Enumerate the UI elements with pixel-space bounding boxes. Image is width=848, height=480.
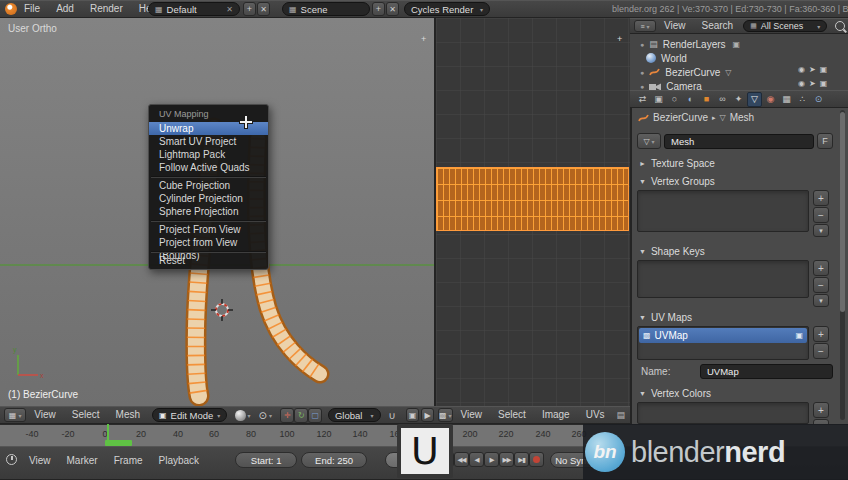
uv-map-row-selected[interactable]: ▩ UVMap ▣: [639, 328, 807, 343]
uv-menu-uvs[interactable]: UVs: [578, 406, 613, 424]
shape-key-add-button[interactable]: +: [813, 260, 829, 276]
manipulator-translate-icon[interactable]: ✛: [280, 408, 294, 423]
scrollbar-thumb[interactable]: [840, 112, 845, 312]
modifiers-tab-icon[interactable]: ✦: [731, 92, 746, 107]
shape-key-remove-button[interactable]: −: [813, 277, 829, 293]
prev-keyframe-button[interactable]: ◀◀: [454, 452, 469, 467]
play-button[interactable]: ▶: [484, 452, 499, 467]
vertex-group-remove-button[interactable]: −: [813, 207, 829, 223]
timeline-menu-playback[interactable]: Playback: [151, 452, 208, 470]
view3d-menu-mesh[interactable]: Mesh: [108, 406, 148, 424]
fake-user-button[interactable]: F: [817, 133, 833, 149]
timeline-menu-view[interactable]: View: [21, 452, 59, 470]
render-opengl-icon[interactable]: ▣: [406, 408, 419, 422]
constraints-tab-icon[interactable]: ∞: [715, 92, 730, 107]
layout-unlink-icon[interactable]: ✕: [226, 5, 233, 14]
mode-selector[interactable]: ▣ Edit Mode ▾: [152, 408, 227, 422]
uvmap-render-icon[interactable]: ▣: [795, 331, 803, 340]
render-toggle-icon[interactable]: ▣: [733, 40, 741, 49]
render-tab-icon[interactable]: ▣: [651, 92, 666, 107]
menu-item-project-from-view[interactable]: Project From View: [149, 223, 268, 236]
shape-keys-list[interactable]: [637, 260, 809, 298]
layout-selector[interactable]: ▦ Default ✕: [148, 2, 240, 16]
scene-tab-icon[interactable]: ○: [667, 92, 682, 107]
menu-item-sphere-projection[interactable]: Sphere Projection: [149, 205, 268, 218]
shading-sphere-icon[interactable]: [235, 410, 245, 421]
editor-type-3d-icon[interactable]: ▦▾: [4, 408, 26, 422]
outliner-item-label[interactable]: World: [661, 53, 687, 64]
outliner-menu-search[interactable]: Search: [694, 18, 742, 34]
material-tab-icon[interactable]: ◉: [763, 92, 778, 107]
region-plus-icon[interactable]: +: [617, 34, 622, 44]
eye-icon[interactable]: ◉: [798, 65, 805, 74]
shape-key-specials-button[interactable]: ▼: [813, 294, 829, 307]
datablock-selector[interactable]: ▽▾: [637, 133, 661, 149]
panel-shape-keys[interactable]: ▼ Shape Keys: [639, 246, 705, 257]
panel-texture-space[interactable]: ► Texture Space: [639, 158, 715, 169]
scene-delete-button[interactable]: ✕: [386, 2, 399, 16]
breadcrumb-object[interactable]: BezierCurve: [653, 112, 708, 123]
data-tab-icon[interactable]: ▽: [747, 92, 762, 107]
manipulator-scale-icon[interactable]: ▢: [308, 408, 322, 423]
outliner-item-label[interactable]: BezierCurve: [665, 67, 720, 78]
render-anim-icon[interactable]: ▶: [421, 408, 434, 422]
outliner-row-world[interactable]: World: [646, 51, 687, 65]
menu-item-cube-projection[interactable]: Cube Projection: [149, 179, 268, 192]
renderable-icon[interactable]: ▣: [820, 65, 828, 74]
disclosure-dot[interactable]: ●: [640, 41, 644, 48]
menu-item-reset[interactable]: Reset: [149, 254, 268, 267]
menu-render[interactable]: Render: [82, 0, 131, 18]
uv-map-remove-button[interactable]: −: [813, 343, 829, 359]
menu-item-smart-uv-project[interactable]: Smart UV Project: [149, 135, 268, 148]
outliner-row-renderlayers[interactable]: ● ▤ RenderLayers ▣: [640, 37, 740, 51]
particles-tab-icon[interactable]: ∴: [795, 92, 810, 107]
breadcrumb-data[interactable]: Mesh: [730, 112, 754, 123]
selectable-icon[interactable]: ➤: [809, 65, 816, 74]
world-tab-icon[interactable]: ◐: [683, 92, 698, 107]
outliner-scope-selector[interactable]: ▦ All Scenes ▾: [743, 20, 827, 32]
nav-arrows-icon[interactable]: ⇄: [635, 92, 650, 107]
datablock-name-field[interactable]: Mesh: [664, 134, 814, 149]
menu-item-follow-active-quads[interactable]: Follow Active Quads: [149, 161, 268, 174]
outliner-menu-view[interactable]: View: [656, 18, 694, 34]
vertex-group-add-button[interactable]: +: [813, 190, 829, 206]
scene-add-button[interactable]: +: [372, 2, 385, 16]
panel-uv-maps[interactable]: ▼ UV Maps: [639, 312, 692, 323]
search-icon[interactable]: [835, 21, 845, 31]
renderable-icon[interactable]: ▣: [820, 79, 828, 88]
uv-menu-image[interactable]: Image: [534, 406, 578, 424]
panel-vertex-groups[interactable]: ▼ Vertex Groups: [639, 176, 715, 187]
layout-delete-button[interactable]: ✕: [257, 2, 270, 16]
properties-scrollbar[interactable]: [840, 110, 845, 420]
uv-map-add-button[interactable]: +: [813, 326, 829, 342]
manipulator-rotate-icon[interactable]: ↻: [294, 408, 308, 423]
orientation-selector[interactable]: Global ▾: [328, 408, 381, 422]
uv-map-name-field[interactable]: UVMap: [700, 364, 833, 379]
editor-type-uv-icon[interactable]: ▩▾: [438, 408, 453, 422]
image-browse-icon[interactable]: ▤: [617, 410, 626, 420]
snap-magnet-icon[interactable]: ∪: [389, 410, 396, 421]
menu-file[interactable]: File: [16, 0, 48, 18]
uv-menu-select[interactable]: Select: [490, 406, 534, 424]
outliner-row-beziercurve[interactable]: ● BezierCurve ▽: [640, 65, 731, 79]
timeline-menu-marker[interactable]: Marker: [59, 452, 106, 470]
scene-selector[interactable]: ▦ Scene: [282, 2, 370, 16]
uv-mesh-grid[interactable]: [436, 167, 629, 231]
view3d-menu-select[interactable]: Select: [64, 406, 108, 424]
record-button[interactable]: [529, 452, 544, 467]
editor-type-outliner-icon[interactable]: ≡▾: [634, 20, 656, 32]
menu-item-cylinder-projection[interactable]: Cylinder Projection: [149, 192, 268, 205]
frame-start-field[interactable]: Start: 1: [235, 452, 297, 468]
panel-vertex-colors[interactable]: ▼ Vertex Colors: [639, 388, 711, 399]
next-keyframe-button[interactable]: ▶▶: [499, 452, 514, 467]
object-tab-icon[interactable]: ■: [699, 92, 714, 107]
timeline-editor-icon[interactable]: [6, 454, 17, 465]
pivot-icon[interactable]: ⊙: [259, 410, 267, 421]
physics-tab-icon[interactable]: ⊙: [811, 92, 826, 107]
vertex-group-specials-button[interactable]: ▼: [813, 224, 829, 237]
disclosure-dot[interactable]: ●: [640, 69, 644, 76]
jump-to-end-button[interactable]: ▶▮: [514, 452, 529, 467]
eye-icon[interactable]: ◉: [798, 79, 805, 88]
menu-item-project-from-view-bounds[interactable]: Project from View (Bounds): [149, 236, 268, 249]
uv-menu-view[interactable]: View: [453, 406, 491, 424]
